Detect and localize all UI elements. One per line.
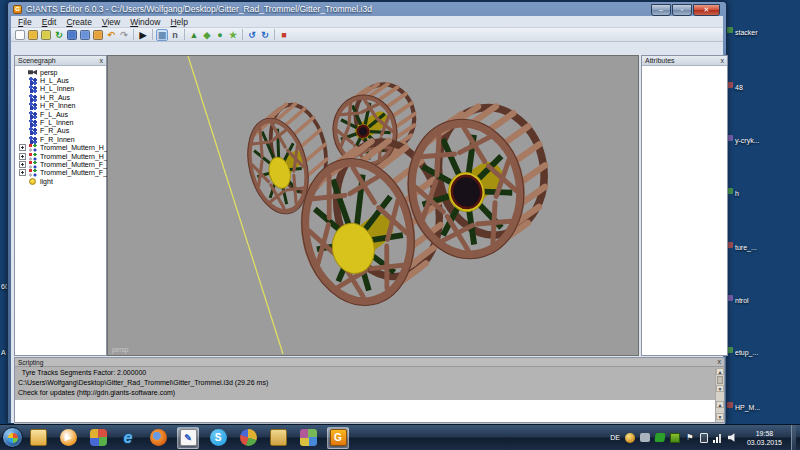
menu-file[interactable]: File	[13, 16, 37, 28]
scroll-up-icon[interactable]: ▲	[716, 368, 724, 375]
taskbar-app-cubes-app[interactable]	[87, 427, 109, 449]
taskbar-app-explorer[interactable]	[27, 427, 49, 449]
terrain-foliage-icon[interactable]: ●	[214, 29, 226, 41]
import-icon[interactable]	[41, 30, 51, 40]
chat-icon[interactable]	[640, 433, 650, 442]
clock[interactable]: 19:58 03.03.2015	[743, 429, 786, 447]
desktop-icon-label[interactable]: ture_...	[735, 244, 757, 251]
scenegraph-item-label: H_L_Innen	[40, 85, 74, 92]
render-view-icon[interactable]: ▦	[156, 29, 168, 41]
maximize-button[interactable]: ▫	[672, 4, 692, 16]
scenegraph-item-trommel_muttern_f_r[interactable]: Trommel_Muttern_F_R	[15, 169, 106, 177]
play-icon[interactable]: ▶	[137, 29, 149, 41]
expand-plus-icon[interactable]	[19, 153, 26, 160]
expand-plus-icon[interactable]	[19, 169, 26, 176]
menu-create[interactable]: Create	[61, 16, 97, 28]
giants-editor-window: G GIANTS Editor 6.0.3 - C:/Users/Wolfgan…	[7, 1, 727, 423]
taskbar-app-paint-app[interactable]: ✎	[177, 427, 199, 449]
internet-explorer-icon: e	[120, 429, 137, 446]
phone-green-icon[interactable]	[654, 433, 665, 442]
new-file-icon[interactable]	[15, 30, 25, 40]
toolbar-separator	[184, 29, 185, 40]
desktop-icon-label[interactable]: y-cryk...	[735, 137, 760, 144]
scenegraph-item-label: F_L_Innen	[40, 119, 73, 126]
client-area: FileEditCreateViewWindowHelp ↻↶↷▶▦n▲◆●★↺…	[11, 16, 723, 423]
terrain-paint-icon[interactable]: ◆	[201, 29, 213, 41]
green-square-icon[interactable]	[670, 433, 680, 443]
show-desktop-button[interactable]	[791, 425, 796, 450]
desktop-icon-fragment[interactable]	[727, 27, 733, 33]
toolbar-separator	[274, 29, 275, 40]
desktop-icon-label[interactable]: h	[735, 190, 739, 197]
reload-icon[interactable]: ↻	[53, 29, 65, 41]
language-indicator[interactable]: DE	[610, 434, 620, 441]
taskbar-app-app-colored[interactable]	[237, 427, 259, 449]
menu-view[interactable]: View	[97, 16, 125, 28]
network-icon[interactable]	[713, 433, 723, 443]
save-as-icon[interactable]	[80, 30, 90, 40]
desktop-icon-label[interactable]: HP_M...	[735, 404, 760, 411]
window-controls: – ▫ ✕	[651, 4, 720, 16]
scroll-up-icon[interactable]: ▲	[716, 401, 724, 408]
scenegraph-item-label: H_R_Innen	[40, 102, 75, 109]
reload-scripts-icon[interactable]: ↻	[259, 29, 271, 41]
scenegraph-item-label: Trommel_Muttern_F_L	[40, 161, 111, 168]
scroll-down-icon[interactable]: ▼	[716, 413, 724, 420]
expand-plus-icon[interactable]	[19, 161, 26, 168]
menu-edit[interactable]: Edit	[37, 16, 62, 28]
scripting-console-input[interactable]	[15, 400, 724, 422]
taskbar-app-internet-explorer[interactable]: e	[117, 427, 139, 449]
scenegraph-item-label: F_L_Aus	[40, 111, 68, 118]
scripting-log-scrollbar[interactable]: ▲ ▼	[715, 368, 724, 401]
start-button[interactable]	[2, 427, 23, 448]
viewport-canvas[interactable]	[108, 56, 638, 355]
menu-help[interactable]: Help	[165, 16, 192, 28]
taskbar-app-giants-editor[interactable]: G	[327, 427, 349, 449]
n-icon[interactable]: n	[169, 29, 181, 41]
redo-icon[interactable]: ↷	[118, 29, 130, 41]
desktop-icon-label[interactable]: ntrol	[735, 297, 749, 304]
volume-icon[interactable]	[728, 433, 738, 443]
scenegraph-item-label: persp	[40, 69, 58, 76]
minimize-button[interactable]: –	[651, 4, 671, 16]
viewport-3d[interactable]: persp	[107, 55, 639, 356]
save-icon[interactable]	[67, 30, 77, 40]
attributes-close-icon[interactable]: x	[721, 57, 725, 65]
desktop-icon-label[interactable]: etup_...	[735, 349, 758, 356]
scripting-log-line: Check for updates (http://gdn.giants-sof…	[18, 388, 721, 398]
expand-plus-icon[interactable]	[19, 144, 26, 151]
taskbar-app-media-player[interactable]: ▶	[57, 427, 79, 449]
undo-icon[interactable]: ↶	[105, 29, 117, 41]
terrain-detail-icon[interactable]: ★	[227, 29, 239, 41]
taskbar-app-skype[interactable]: S	[207, 427, 229, 449]
exit-icon[interactable]: ■	[278, 29, 290, 41]
scenegraph-close-icon[interactable]: x	[100, 57, 104, 65]
scroll-thumb[interactable]	[717, 376, 723, 384]
flag-icon[interactable]: ⚑	[685, 433, 695, 443]
scroll-down-icon[interactable]: ▼	[716, 385, 724, 392]
taskbar-app-folder-app[interactable]	[267, 427, 289, 449]
scenegraph-panel: Scenegraph x perspH_L_AusH_L_InnenH_R_Au…	[14, 55, 107, 356]
scripting-close-icon[interactable]: x	[718, 358, 722, 366]
titlebar[interactable]: G GIANTS Editor 6.0.3 - C:/Users/Wolfgan…	[8, 2, 726, 15]
desktop-icon-label[interactable]: stacker	[735, 29, 758, 36]
taskbar: ▶e✎SG DE ⚑ 19:58 03.03.2015	[0, 424, 800, 450]
desktop-icon-fragment[interactable]	[727, 402, 733, 408]
viewport-camera-label: persp	[112, 346, 128, 353]
menu-window[interactable]: Window	[125, 16, 165, 28]
taskbar-app-app-colored-2[interactable]	[297, 427, 319, 449]
desktop-icon-label[interactable]: A	[1, 349, 6, 356]
desktop-icon-label[interactable]: 48	[735, 84, 743, 91]
reload-shaders-icon[interactable]: ↺	[246, 29, 258, 41]
clipboard-icon[interactable]	[700, 433, 708, 443]
paint-app-icon: ✎	[180, 429, 197, 446]
console-scrollbar[interactable]: ▲ ▼	[715, 401, 724, 422]
recent-folder-icon[interactable]	[93, 30, 103, 40]
open-file-icon[interactable]	[28, 30, 38, 40]
close-button[interactable]: ✕	[693, 4, 720, 16]
coin-icon[interactable]	[625, 433, 635, 443]
attributes-header: Attributes x	[642, 56, 727, 66]
taskbar-app-firefox[interactable]	[147, 427, 169, 449]
terrain-sculpt-icon[interactable]: ▲	[188, 29, 200, 41]
scenegraph-item-light[interactable]: light	[15, 177, 106, 185]
